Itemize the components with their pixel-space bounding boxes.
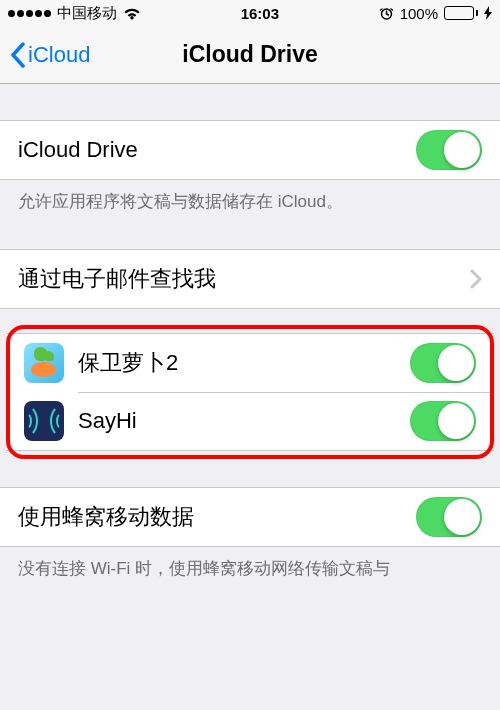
status-right: 100% — [379, 5, 492, 22]
app-label: SayHi — [78, 408, 410, 434]
charging-bolt-icon — [484, 6, 492, 20]
icloud-drive-label: iCloud Drive — [18, 137, 416, 163]
app-icon-carrot — [24, 343, 64, 383]
status-time: 16:03 — [241, 5, 279, 22]
chevron-left-icon — [10, 42, 26, 68]
icloud-drive-toggle[interactable] — [416, 130, 482, 170]
signal-dots-icon — [8, 10, 51, 17]
cellular-toggle[interactable] — [416, 497, 482, 537]
nav-bar: iCloud iCloud Drive — [0, 26, 500, 84]
battery-percent: 100% — [400, 5, 438, 22]
apps-highlight: 保卫萝卜2 SayHi — [0, 321, 500, 463]
status-left: 中国移动 — [8, 4, 141, 23]
group-cellular: 使用蜂窝移动数据 — [0, 487, 500, 547]
cellular-row: 使用蜂窝移动数据 — [0, 488, 500, 546]
wifi-icon — [123, 6, 141, 20]
app-toggle-sayhi[interactable] — [410, 401, 476, 441]
back-label: iCloud — [28, 42, 90, 68]
chevron-right-icon — [470, 269, 482, 289]
group-main: iCloud Drive — [0, 120, 500, 180]
carrier-label: 中国移动 — [57, 4, 117, 23]
alarm-icon — [379, 6, 394, 21]
find-me-label: 通过电子邮件查找我 — [18, 264, 470, 294]
group-findme: 通过电子邮件查找我 — [0, 249, 500, 309]
status-bar: 中国移动 16:03 100% — [0, 0, 500, 26]
group-apps: 保卫萝卜2 SayHi — [6, 333, 494, 451]
cellular-label: 使用蜂窝移动数据 — [18, 502, 416, 532]
icloud-drive-row: iCloud Drive — [0, 121, 500, 179]
app-row-sayhi: SayHi — [6, 392, 494, 450]
app-toggle-carrot[interactable] — [410, 343, 476, 383]
back-button[interactable]: iCloud — [10, 42, 90, 68]
app-row-carrot: 保卫萝卜2 — [6, 334, 494, 392]
battery-icon — [444, 6, 478, 20]
app-icon-sayhi — [24, 401, 64, 441]
app-label: 保卫萝卜2 — [78, 348, 410, 378]
main-footer: 允许应用程序将文稿与数据储存在 iCloud。 — [0, 180, 500, 213]
find-me-row[interactable]: 通过电子邮件查找我 — [0, 250, 500, 308]
cellular-footer: 没有连接 Wi-Fi 时，使用蜂窝移动网络传输文稿与 — [0, 547, 500, 580]
